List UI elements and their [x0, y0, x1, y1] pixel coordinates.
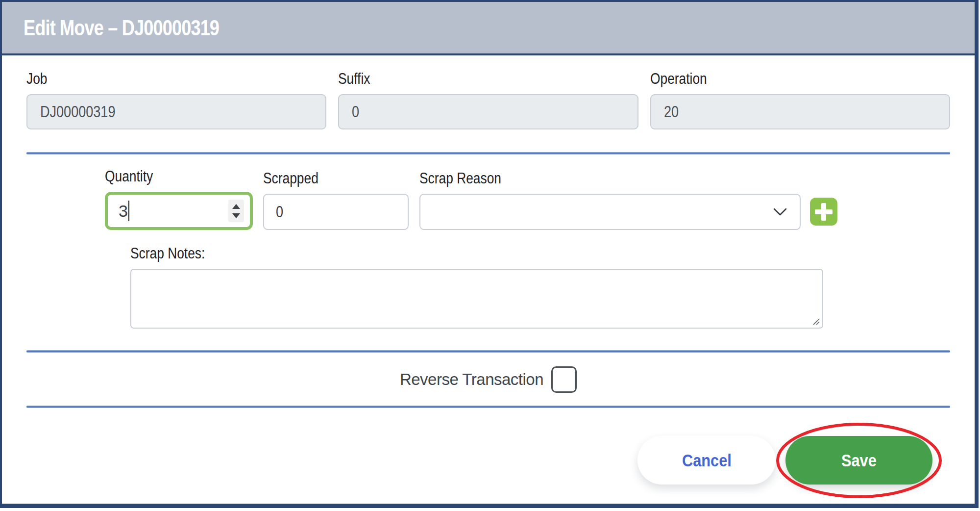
- operation-label: Operation: [650, 70, 950, 88]
- spinner-up-icon[interactable]: [232, 204, 240, 209]
- add-scrap-reason-button[interactable]: [810, 198, 837, 226]
- chevron-down-icon: [773, 208, 787, 216]
- dialog-body: Job DJ00000319 Suffix 0 Operation 20: [2, 70, 975, 485]
- readonly-fields-row: Job DJ00000319 Suffix 0 Operation 20: [26, 70, 950, 129]
- section-divider: [26, 406, 950, 408]
- quantity-input[interactable]: 3: [105, 192, 253, 230]
- scrap-notes-label: Scrap Notes:: [130, 245, 950, 262]
- save-button-wrapper: Save: [785, 436, 932, 485]
- section-divider: [26, 350, 950, 353]
- save-button[interactable]: Save: [785, 436, 932, 485]
- job-label: Job: [26, 70, 326, 88]
- cancel-button[interactable]: Cancel: [637, 436, 776, 485]
- reverse-transaction-row: Reverse Transaction: [26, 366, 950, 393]
- scrap-notes-textarea[interactable]: [130, 269, 823, 329]
- scrapped-label: Scrapped: [263, 170, 409, 187]
- job-value: DJ00000319: [40, 102, 115, 121]
- quantity-stepper[interactable]: [228, 200, 244, 222]
- operation-field-group: Operation 20: [650, 70, 950, 129]
- suffix-value: 0: [352, 102, 359, 121]
- reverse-transaction-checkbox[interactable]: [551, 366, 577, 393]
- scrap-reason-select[interactable]: [419, 194, 801, 230]
- suffix-label: Suffix: [338, 70, 638, 88]
- suffix-field-group: Suffix 0: [338, 70, 638, 129]
- operation-field: 20: [650, 94, 950, 129]
- cancel-button-label: Cancel: [682, 451, 731, 470]
- job-field: DJ00000319: [26, 94, 326, 129]
- text-cursor: [128, 201, 129, 221]
- save-button-label: Save: [841, 451, 877, 470]
- reverse-transaction-label: Reverse Transaction: [400, 370, 543, 389]
- plus-icon: [821, 203, 826, 221]
- scrap-reason-label: Scrap Reason: [419, 170, 801, 187]
- quantity-row: Quantity 3 Scrapped: [105, 168, 950, 230]
- edit-move-dialog: Edit Move – DJ00000319 Job DJ00000319 Su…: [0, 0, 979, 508]
- quantity-value: 3: [119, 202, 128, 221]
- dialog-footer: Cancel Save: [26, 436, 950, 485]
- dialog-header: Edit Move – DJ00000319: [2, 2, 975, 55]
- scrap-reason-field-group: Scrap Reason: [419, 170, 801, 230]
- quantity-label: Quantity: [105, 168, 253, 185]
- section-divider: [26, 152, 950, 154]
- spinner-down-icon[interactable]: [232, 213, 240, 218]
- quantity-field-group: Quantity 3: [105, 168, 253, 230]
- suffix-field: 0: [338, 94, 638, 129]
- scrapped-field-group: Scrapped 0: [263, 170, 409, 230]
- scrapped-input[interactable]: 0: [263, 194, 409, 230]
- scrapped-value: 0: [276, 203, 283, 221]
- quantity-section: Quantity 3 Scrapped: [26, 168, 950, 329]
- screen: Edit Move – DJ00000319 Job DJ00000319 Su…: [0, 0, 980, 511]
- operation-value: 20: [664, 102, 679, 121]
- dialog-title: Edit Move – DJ00000319: [24, 16, 219, 40]
- resize-handle-icon[interactable]: [810, 316, 820, 326]
- job-field-group: Job DJ00000319: [26, 70, 326, 129]
